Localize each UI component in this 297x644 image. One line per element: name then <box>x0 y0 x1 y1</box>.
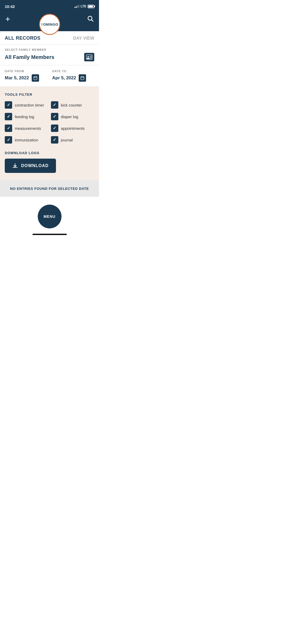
bottom-area: MENU <box>0 197 99 242</box>
checkmark-journal: ✓ <box>53 138 56 142</box>
family-section: SELECT FAMILY MEMBER All Family Members <box>0 44 99 65</box>
tool-item-appointments: ✓ appointments <box>51 125 95 132</box>
day-view-button[interactable]: DAY VIEW <box>73 36 94 41</box>
logo-text: YOMINGO <box>41 22 58 26</box>
menu-button[interactable]: MENU <box>38 205 62 228</box>
logo-omingo: OMINGO <box>43 22 58 26</box>
status-time: 10:42 <box>5 4 15 9</box>
family-name: All Family Members <box>5 54 54 60</box>
checkbox-diaper-log[interactable]: ✓ <box>51 113 58 120</box>
family-row: All Family Members <box>5 53 94 61</box>
tool-label-kick-counter: kick counter <box>61 103 82 107</box>
svg-rect-11 <box>81 77 84 80</box>
checkbox-feeding-log[interactable]: ✓ <box>5 113 12 120</box>
menu-button-label: MENU <box>44 214 55 219</box>
logo: YOMINGO <box>39 14 60 35</box>
tool-label-feeding-log: feeding log <box>15 114 34 119</box>
battery-icon <box>88 5 94 8</box>
network-label: LTE <box>81 4 86 8</box>
checkmark-feeding-log: ✓ <box>7 114 10 119</box>
no-entries-text: NO ENTRIES FOUND FOR SELECTED DATE <box>10 187 89 191</box>
checkbox-kick-counter[interactable]: ✓ <box>51 101 58 109</box>
family-icon-button[interactable] <box>84 53 94 61</box>
date-to-value: Apr 5, 2022 <box>52 75 76 81</box>
svg-line-1 <box>92 20 93 21</box>
tool-label-measurements: measurements <box>15 126 41 131</box>
search-button[interactable] <box>87 15 94 23</box>
checkmark-diaper-log: ✓ <box>53 114 56 119</box>
tool-item-immunization: ✓ immunization <box>5 136 48 144</box>
date-from-row: Mar 5, 2022 <box>5 74 47 82</box>
date-from-label: DATE FROM <box>5 70 47 73</box>
no-entries: NO ENTRIES FOUND FOR SELECTED DATE <box>0 180 99 197</box>
tool-item-journal: ✓ journal <box>51 136 95 144</box>
tool-item-diaper-log: ✓ diaper log <box>51 113 95 120</box>
svg-rect-7 <box>34 77 37 80</box>
tool-label-journal: journal <box>61 138 73 142</box>
tool-item-measurements: ✓ measurements <box>5 125 48 132</box>
date-from-block: DATE FROM Mar 5, 2022 <box>5 70 47 82</box>
download-button[interactable]: DOWNLOAD <box>5 159 56 173</box>
checkmark-measurements: ✓ <box>7 126 10 130</box>
date-to-block: DATE TO Apr 5, 2022 <box>52 70 95 82</box>
add-button[interactable]: + <box>5 15 10 23</box>
checkbox-appointments[interactable]: ✓ <box>51 125 58 132</box>
family-label: SELECT FAMILY MEMBER <box>5 48 94 51</box>
tools-title: TOOLS FILTER <box>5 93 94 96</box>
date-to-row: Apr 5, 2022 <box>52 74 95 82</box>
tools-section: TOOLS FILTER ✓ contraction timer ✓ kick … <box>0 87 99 180</box>
status-icons: LTE <box>74 4 94 8</box>
tool-item-kick-counter: ✓ kick counter <box>51 101 95 109</box>
date-to-picker[interactable] <box>79 74 86 82</box>
checkmark-contraction-timer: ✓ <box>7 103 10 107</box>
tool-item-feeding-log: ✓ feeding log <box>5 113 48 120</box>
svg-point-3 <box>88 56 89 57</box>
signal-icon <box>74 5 79 8</box>
tool-item-contraction-timer: ✓ contraction timer <box>5 101 48 109</box>
checkbox-measurements[interactable]: ✓ <box>5 125 12 132</box>
download-label: DOWNLOAD LOGS <box>5 151 94 155</box>
tool-label-diaper-log: diaper log <box>61 114 78 119</box>
tool-label-contraction-timer: contraction timer <box>15 103 44 107</box>
checkbox-immunization[interactable]: ✓ <box>5 136 12 144</box>
home-indicator <box>32 234 67 235</box>
checkbox-contraction-timer[interactable]: ✓ <box>5 101 12 109</box>
logo-y: Y <box>41 22 43 26</box>
checkbox-journal[interactable]: ✓ <box>51 136 58 144</box>
status-bar: 10:42 LTE <box>0 0 99 12</box>
download-button-label: DOWNLOAD <box>21 163 49 168</box>
header: + YOMINGO <box>0 12 99 31</box>
date-from-value: Mar 5, 2022 <box>5 75 29 81</box>
tools-grid: ✓ contraction timer ✓ kick counter ✓ fee… <box>5 101 94 144</box>
date-section: DATE FROM Mar 5, 2022 DATE TO Apr 5, 202… <box>0 65 99 87</box>
checkmark-appointments: ✓ <box>53 126 56 130</box>
checkmark-kick-counter: ✓ <box>53 103 56 107</box>
tool-label-appointments: appointments <box>61 126 85 131</box>
tool-label-immunization: immunization <box>15 138 38 142</box>
checkmark-immunization: ✓ <box>7 138 10 142</box>
date-from-picker[interactable] <box>32 74 39 82</box>
records-title: ALL RECORDS <box>5 35 40 41</box>
date-to-label: DATE TO <box>52 70 95 73</box>
